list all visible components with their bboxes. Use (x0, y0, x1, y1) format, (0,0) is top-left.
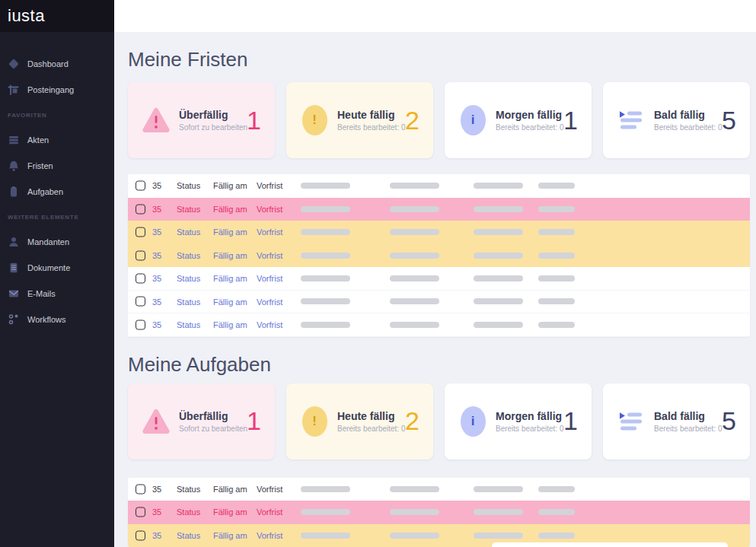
sidebar-item-mandanten[interactable]: Mandanten (0, 229, 114, 255)
card-ueberfaellig[interactable]: Überfällig Sofort zu bearbeiten 1 (128, 82, 275, 158)
page-title: Meine Fristen (128, 47, 756, 72)
table-row[interactable]: 35StatusFällig amVorfrist (128, 501, 750, 524)
sidebar-section-favoriten: FAVORITEN (0, 103, 114, 127)
row-cell: Fällig am (213, 501, 247, 524)
card-title: Bald fällig (654, 109, 722, 121)
placeholder-cell (301, 322, 350, 328)
row-cell: Fällig am (213, 267, 247, 291)
sidebar-item-dashboard[interactable]: Dashboard (0, 51, 114, 77)
sidebar-item-akten[interactable]: Akten (0, 127, 114, 153)
card-subtitle: Bereits bearbeitet: 0 (337, 425, 405, 433)
card-title: Morgen fällig (496, 410, 563, 422)
sidebar: iusta Dashboard Posteingang FAVORITEN A (0, 0, 114, 547)
sidebar-item-aufgaben[interactable]: Aufgaben (0, 179, 114, 205)
placeholder-cell (390, 486, 439, 492)
row-checkbox[interactable] (136, 273, 145, 283)
placeholder-cell (390, 253, 439, 259)
placeholder-cell (474, 253, 523, 259)
app-logo[interactable]: iusta (0, 0, 114, 32)
warning-triangle-icon (141, 408, 171, 435)
placeholder-cell (474, 322, 523, 328)
table-row[interactable]: 35StatusFällig amVorfrist (128, 244, 750, 268)
play-list-icon (616, 410, 646, 433)
sidebar-item-emails[interactable]: E-Mails (0, 281, 114, 307)
card-bald-faellig[interactable]: Bald fällig Bereits bearbeitet: 0 5 (603, 82, 750, 158)
row-checkbox[interactable] (136, 227, 145, 237)
table-row[interactable]: 35StatusFällig amVorfrist (128, 221, 750, 244)
card-count: 1 (563, 406, 592, 436)
sidebar-item-dokumente[interactable]: Dokumente (0, 255, 114, 281)
placeholder-cell (301, 486, 350, 492)
sidebar-item-fristen[interactable]: Fristen (0, 153, 114, 179)
row-cell: Fällig am (213, 221, 247, 244)
row-cell: Fällig am (213, 244, 247, 268)
row-checkbox[interactable] (136, 320, 145, 329)
placeholder-cell (301, 183, 350, 189)
table-row[interactable]: 35StatusFällig amVorfrist (128, 267, 750, 291)
placeholder-cell (390, 229, 439, 235)
warning-triangle-icon (141, 107, 171, 134)
card-count: 1 (563, 106, 592, 135)
sidebar-item-posteingang[interactable]: Posteingang (0, 77, 114, 103)
row-cell: 35 (152, 221, 161, 244)
card-morgen-faellig[interactable]: i Morgen fällig Bereits bearbeitet: 0 1 (445, 383, 592, 460)
placeholder-cell (474, 229, 523, 235)
card-morgen-faellig[interactable]: i Morgen fällig Bereits bearbeitet: 0 1 (445, 82, 592, 158)
row-checkbox[interactable] (136, 250, 145, 260)
row-checkbox[interactable] (136, 181, 145, 191)
row-checkbox[interactable] (136, 530, 145, 540)
person-icon (8, 236, 20, 248)
row-checkbox[interactable] (136, 297, 145, 307)
row-checkbox[interactable] (136, 507, 145, 517)
placeholder-cell (301, 533, 350, 539)
fristen-table: 35StatusFällig amVorfrist35StatusFällig … (128, 174, 750, 337)
row-cell: 35 (152, 291, 161, 314)
card-heute-faellig[interactable]: ! Heute fällig Bereits bearbeitet: 0 2 (286, 82, 433, 158)
row-cell: Vorfrist (257, 524, 282, 547)
row-cell: Status (177, 267, 200, 291)
card-heute-faellig[interactable]: ! Heute fällig Bereits bearbeitet: 0 2 (286, 383, 433, 460)
sidebar-item-label: Posteingang (27, 85, 74, 94)
placeholder-cell (474, 533, 523, 539)
row-cell: Vorfrist (257, 174, 282, 198)
placeholder-cell (538, 486, 575, 492)
info-oval-icon: i (461, 105, 486, 135)
partial-overlay-panel (492, 542, 728, 547)
card-ueberfaellig[interactable]: Überfällig Sofort zu bearbeiten 1 (128, 383, 275, 460)
table-row[interactable]: 35StatusFällig amVorfrist (128, 478, 750, 501)
row-cell: 35 (152, 524, 161, 547)
app-window: iusta Dashboard Posteingang FAVORITEN A (0, 0, 756, 547)
row-checkbox[interactable] (136, 484, 145, 494)
placeholder-cell (538, 533, 575, 539)
table-row[interactable]: 35StatusFällig amVorfrist (128, 313, 750, 337)
document-icon (8, 262, 20, 274)
placeholder-cell (390, 275, 439, 281)
placeholder-cell (390, 322, 439, 328)
sidebar-item-label: Workflows (27, 315, 66, 324)
card-bald-faellig[interactable]: Bald fällig Bereits bearbeitet: 0 5 (603, 383, 750, 460)
list-bars-icon (8, 134, 20, 146)
placeholder-cell (538, 322, 575, 328)
placeholder-cell (474, 183, 523, 189)
row-cell: 35 (152, 501, 161, 524)
card-subtitle: Bereits bearbeitet: 0 (496, 123, 563, 132)
table-row[interactable]: 35StatusFällig amVorfrist (128, 198, 750, 221)
placeholder-cell (301, 253, 350, 259)
table-row[interactable]: 35StatusFällig amVorfrist (128, 291, 750, 314)
row-cell: Vorfrist (257, 313, 282, 337)
table-row[interactable]: 35StatusFällig amVorfrist (128, 174, 750, 198)
topbar (114, 0, 756, 32)
card-count: 2 (405, 106, 433, 135)
sidebar-item-label: Aufgaben (27, 187, 63, 196)
sidebar-item-workflows[interactable]: Workflows (0, 307, 114, 332)
card-count: 2 (405, 406, 433, 436)
placeholder-cell (474, 509, 523, 515)
section-aufgaben: Meine Aufgaben Überfällig Sofort zu bear… (128, 352, 756, 547)
card-subtitle: Bereits bearbeitet: 0 (337, 123, 405, 132)
placeholder-cell (301, 275, 350, 281)
row-cell: Status (177, 221, 200, 244)
placeholder-cell (390, 509, 439, 515)
row-cell: Fällig am (213, 524, 247, 547)
row-checkbox[interactable] (136, 204, 145, 214)
main-content: Meine Fristen Überfällig Sofort zu bearb… (114, 32, 756, 547)
